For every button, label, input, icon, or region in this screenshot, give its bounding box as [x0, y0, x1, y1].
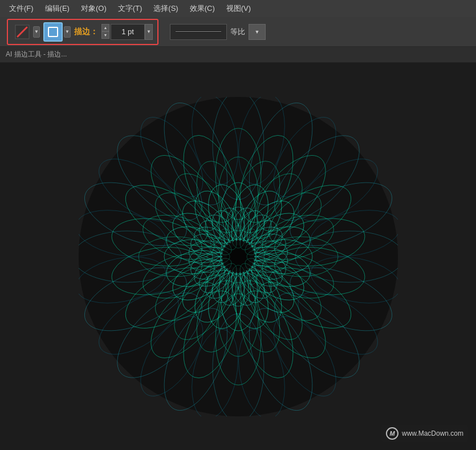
menu-effect[interactable]: 效果(C) — [185, 2, 219, 15]
stroke-spinners: ▲ ▼ — [101, 24, 109, 40]
menu-bar: 文件(F) 编辑(E) 对象(O) 文字(T) 选择(S) 效果(C) 视图(V… — [0, 0, 476, 17]
watermark-logo: M — [386, 427, 398, 440]
toolbar: ▼ ▼ 描边： ▲ ▼ ▼ 等比 ▼ — [0, 17, 476, 47]
stroke-spinner-up[interactable]: ▲ — [101, 24, 109, 31]
stroke-color-dropdown[interactable]: ▼ — [33, 26, 40, 38]
stroke-spinner-down[interactable]: ▼ — [101, 31, 109, 39]
tab-bar: AI 描边工具 - 描边... — [0, 47, 476, 63]
watermark: M www.MacDown.com — [381, 425, 468, 442]
stroke-box-dropdown[interactable]: ▼ — [64, 26, 71, 38]
watermark-text: www.MacDown.com — [402, 429, 463, 437]
menu-view[interactable]: 视图(V) — [222, 2, 255, 15]
line-preview-inner — [176, 31, 221, 33]
menu-text[interactable]: 文字(T) — [113, 2, 147, 15]
stroke-value-container: ▲ ▼ ▼ — [101, 24, 153, 40]
ratio-dropdown[interactable]: ▼ — [249, 24, 266, 40]
canvas-area[interactable]: M www.MacDown.com — [0, 63, 476, 450]
menu-file[interactable]: 文件(F) — [5, 2, 38, 15]
stroke-value-dropdown[interactable]: ▼ — [145, 24, 153, 40]
menu-select[interactable]: 选择(S) — [149, 2, 182, 15]
line-preview[interactable] — [170, 24, 227, 40]
stroke-box-inner-icon — [48, 27, 58, 37]
stroke-color-button[interactable] — [13, 22, 32, 42]
line-style-area: 等比 ▼ — [170, 24, 266, 40]
menu-edit[interactable]: 编辑(E) — [40, 2, 74, 15]
ratio-label: 等比 — [230, 27, 245, 37]
svg-point-112 — [227, 245, 250, 268]
stroke-box-button[interactable] — [43, 22, 63, 42]
menu-object[interactable]: 对象(O) — [76, 2, 111, 15]
flower-artwork — [79, 97, 398, 416]
stroke-controls-group: ▼ ▼ 描边： ▲ ▼ ▼ — [7, 19, 158, 45]
stroke-label: 描边： — [74, 27, 98, 37]
stroke-value-input[interactable] — [111, 24, 145, 40]
tab-text: AI 描边工具 - 描边... — [6, 50, 67, 59]
